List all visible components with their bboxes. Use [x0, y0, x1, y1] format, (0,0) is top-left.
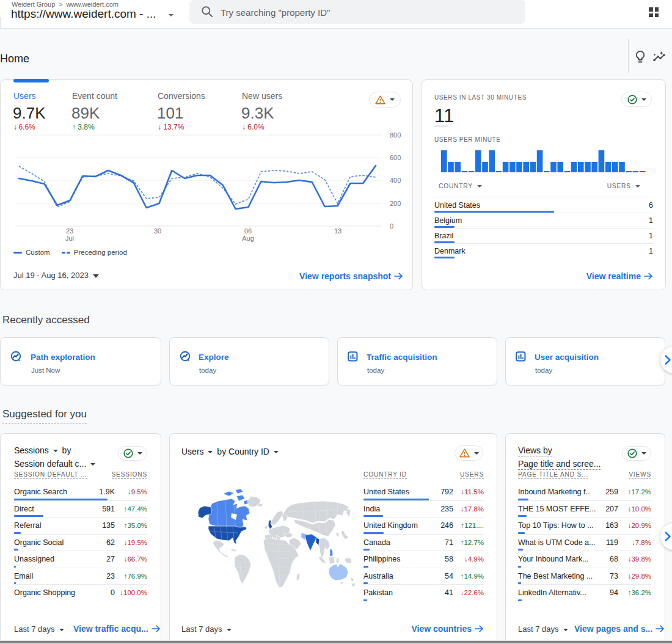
svg-text:06: 06 — [244, 227, 252, 235]
svg-text:400: 400 — [390, 177, 401, 184]
svg-text:0: 0 — [390, 222, 393, 230]
svg-text:600: 600 — [390, 154, 401, 161]
svg-text:Jul: Jul — [65, 235, 74, 242]
svg-text:800: 800 — [390, 131, 401, 139]
svg-text:200: 200 — [390, 200, 401, 207]
svg-text:30: 30 — [154, 227, 161, 235]
svg-text:Aug: Aug — [242, 235, 254, 242]
svg-text:13: 13 — [334, 227, 341, 235]
svg-text:23: 23 — [66, 227, 73, 235]
